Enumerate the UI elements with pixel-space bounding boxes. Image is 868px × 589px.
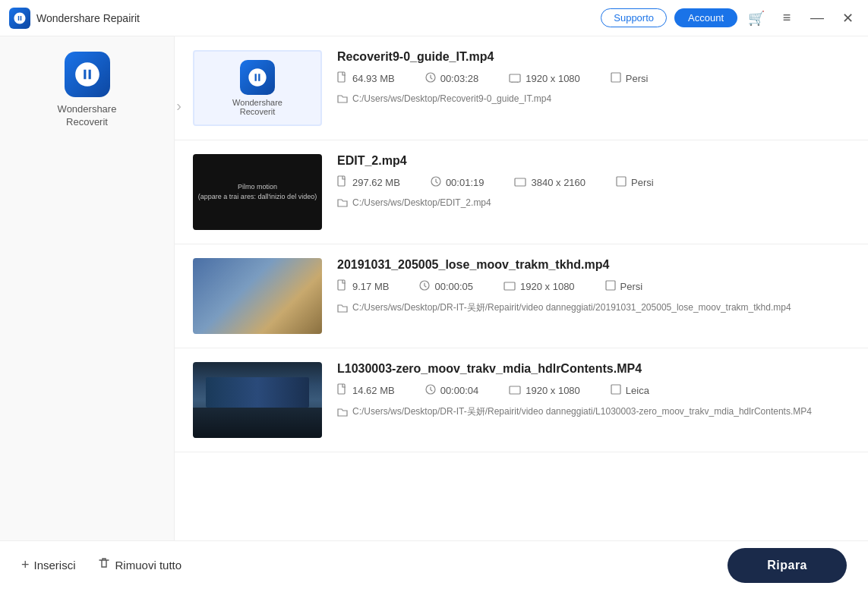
minimize-icon: — <box>810 10 824 26</box>
titlebar: Wondershare Repairit Supporto Account 🛒 … <box>0 0 868 36</box>
file-icon-4 <box>337 383 348 398</box>
file-name-1: Recoverit9-0_guide_IT.mp4 <box>337 50 850 64</box>
file-duration-2: 00:01:19 <box>431 176 485 189</box>
svg-rect-6 <box>515 178 526 186</box>
add-label: Inserisci <box>34 559 76 572</box>
svg-rect-11 <box>606 281 615 290</box>
file-meta-4: 14.62 MB 00:00:04 1920 x 1080 <box>337 383 850 398</box>
clock-icon-3 <box>419 280 430 293</box>
bottombar-left: + Inserisci Rimuovi tutto <box>21 556 181 574</box>
file-info-4: L1030003-zero_moov_trakv_mdia_hdlrConten… <box>337 362 850 438</box>
titlebar-actions: Supporto Account 🛒 ≡ — ✕ <box>601 7 859 30</box>
file-path-3: C:/Users/ws/Desktop/DR-IT-吴妍/Repairit/vi… <box>337 301 850 314</box>
remove-all-button[interactable]: Rimuovi tutto <box>97 556 182 574</box>
main-area: Wondershare Recoverit › WondershareRecov… <box>0 36 868 540</box>
sidebar-collapse-arrow[interactable]: › <box>176 97 181 115</box>
file-name-4: L1030003-zero_moov_trakv_mdia_hdlrConten… <box>337 362 850 376</box>
svg-rect-0 <box>338 72 345 82</box>
svg-rect-14 <box>510 386 520 394</box>
file-icon-3 <box>337 279 348 294</box>
file-item: 20191031_205005_lose_moov_trakm_tkhd.mp4… <box>175 244 868 348</box>
clock-icon-4 <box>425 384 436 397</box>
bottombar: + Inserisci Rimuovi tutto Ripara <box>0 540 868 589</box>
svg-rect-7 <box>617 177 626 186</box>
file-duration-3: 00:00:05 <box>419 280 473 293</box>
add-icon: + <box>21 557 30 573</box>
support-button[interactable]: Supporto <box>601 8 667 27</box>
thumbnail-logo-svg <box>247 67 268 88</box>
file-meta-3: 9.17 MB 00:00:05 1920 x 1080 <box>337 279 850 294</box>
svg-rect-10 <box>504 282 515 290</box>
file-size-4: 14.62 MB <box>337 383 395 398</box>
file-tag-3: Persi <box>605 280 643 293</box>
file-path-2: C:/Users/ws/Desktop/EDIT_2.mp4 <box>337 197 850 208</box>
resolution-icon-2 <box>514 177 526 189</box>
file-resolution-4: 1920 x 1080 <box>509 385 580 397</box>
clock-icon-2 <box>431 176 441 189</box>
file-size-2: 297.62 MB <box>337 175 400 190</box>
resolution-icon-1 <box>509 73 521 85</box>
file-size-3: 9.17 MB <box>337 279 389 294</box>
file-meta-2: 297.62 MB 00:01:19 3840 x 2160 <box>337 175 850 190</box>
file-duration-1: 00:03:28 <box>425 72 479 85</box>
file-name-2: EDIT_2.mp4 <box>337 154 850 168</box>
file-item: WondershareRecoverit Recoverit9-0_guide_… <box>175 36 868 140</box>
file-resolution-3: 1920 x 1080 <box>503 281 575 293</box>
tag-icon-1 <box>611 72 621 85</box>
app-title: Wondershare Repairit <box>36 12 140 24</box>
close-icon: ✕ <box>842 10 854 27</box>
thumbnail-logo-icon <box>240 60 275 95</box>
logo-svg <box>13 11 27 25</box>
file-tag-2: Persi <box>616 176 654 189</box>
minimize-button[interactable]: — <box>806 7 829 30</box>
tag-icon-4 <box>611 384 621 397</box>
file-info-2: EDIT_2.mp4 297.62 MB 00:01:19 <box>337 154 850 230</box>
svg-rect-12 <box>338 384 345 394</box>
file-list: WondershareRecoverit Recoverit9-0_guide_… <box>175 36 868 540</box>
file-item: Pilmo motion(appare a trai ares: dall'in… <box>175 140 868 244</box>
file-tag-4: Leica <box>611 384 649 397</box>
trash-icon <box>97 556 111 574</box>
menu-icon: ≡ <box>783 10 791 26</box>
resolution-icon-4 <box>509 385 521 397</box>
sidebar: Wondershare Recoverit › <box>0 36 175 540</box>
file-tag-1: Persi <box>611 72 649 85</box>
folder-icon-3 <box>337 304 348 313</box>
thumbnail-text-2: Pilmo motion(appare a trai ares: dall'in… <box>198 182 317 203</box>
folder-icon-4 <box>337 408 348 417</box>
cart-button[interactable]: 🛒 <box>745 7 768 30</box>
account-button[interactable]: Account <box>674 8 737 27</box>
sidebar-logo-text: Wondershare Recoverit <box>58 103 117 129</box>
folder-icon-1 <box>337 94 348 103</box>
sidebar-logo-icon <box>65 52 110 97</box>
file-thumbnail-1: WondershareRecoverit <box>193 50 322 126</box>
tag-icon-3 <box>605 280 616 293</box>
thumbnail-logo-text: WondershareRecoverit <box>232 98 282 116</box>
remove-label: Rimuovi tutto <box>115 559 182 572</box>
sidebar-logo-svg <box>73 60 102 89</box>
repair-button[interactable]: Ripara <box>728 548 847 583</box>
file-path-1: C:/Users/ws/Desktop/Recoverit9-0_guide_I… <box>337 93 850 104</box>
file-resolution-2: 3840 x 2160 <box>514 177 586 189</box>
file-icon-1 <box>337 71 348 86</box>
close-button[interactable]: ✕ <box>836 7 859 30</box>
sidebar-logo: Wondershare Recoverit <box>58 52 117 129</box>
clock-icon-1 <box>425 72 436 85</box>
menu-button[interactable]: ≡ <box>775 7 798 30</box>
cart-icon: 🛒 <box>748 10 765 27</box>
svg-rect-3 <box>611 73 620 82</box>
add-button[interactable]: + Inserisci <box>21 557 76 573</box>
file-size-1: 64.93 MB <box>337 71 395 86</box>
file-icon-2 <box>337 175 348 190</box>
file-path-4: C:/Users/ws/Desktop/DR-IT-吴妍/Repairit/vi… <box>337 405 850 418</box>
file-thumbnail-4 <box>193 362 322 438</box>
resolution-icon-3 <box>503 281 516 293</box>
app-logo: Wondershare Repairit <box>9 8 601 29</box>
file-name-3: 20191031_205005_lose_moov_trakm_tkhd.mp4 <box>337 258 850 272</box>
file-resolution-1: 1920 x 1080 <box>509 73 580 85</box>
file-item: L1030003-zero_moov_trakv_mdia_hdlrConten… <box>175 348 868 452</box>
file-meta-1: 64.93 MB 00:03:28 1920 x 1080 <box>337 71 850 86</box>
app-logo-icon <box>9 8 30 29</box>
file-duration-4: 00:00:04 <box>425 384 479 397</box>
file-thumbnail-3 <box>193 258 322 334</box>
